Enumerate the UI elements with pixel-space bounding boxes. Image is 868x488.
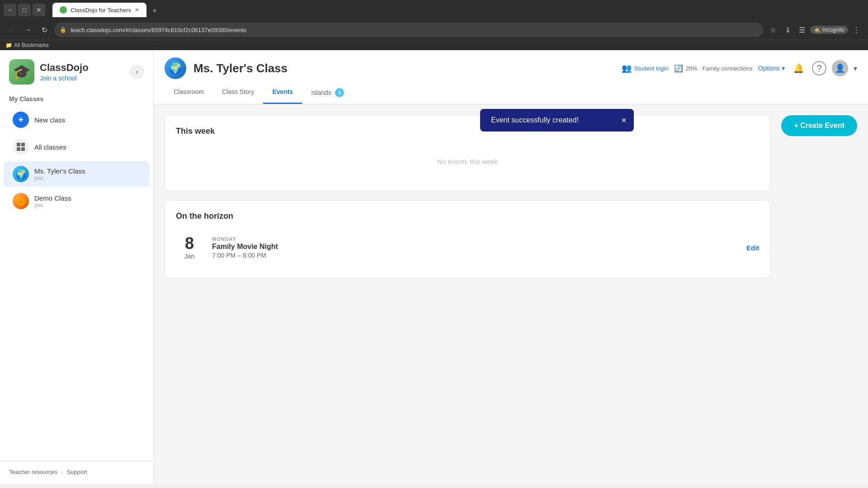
sidebar-footer: Teacher resources · Support xyxy=(0,461,153,484)
titlebar: − □ ✕ ClassDojo for Teachers ✕ + xyxy=(0,0,868,20)
events-main: This week No events this week On the hor… xyxy=(165,115,770,473)
tab-title: ClassDojo for Teachers xyxy=(71,7,131,14)
event-details: MONDAY Family Movie Night 7:00 PM – 8:00… xyxy=(212,236,737,259)
toast-close-button[interactable]: × xyxy=(621,115,627,126)
join-school-link[interactable]: Join a school xyxy=(40,75,89,82)
logo-area: 🎓 ClassDojo Join a school xyxy=(9,59,89,84)
event-edit-button[interactable]: Edit xyxy=(746,244,759,252)
toolbar-actions: ☆ ⇓ ☰ 🕵 Incognito ⋮ xyxy=(767,23,863,36)
back-button[interactable]: ← xyxy=(5,23,18,36)
create-event-label: + Create Event xyxy=(794,122,844,130)
logo-text-area: ClassDojo Join a school xyxy=(40,62,89,82)
sidebar: 🎓 ClassDojo Join a school ‹ My Classes +… xyxy=(0,50,154,484)
demo-class-sub: you xyxy=(34,202,71,208)
window-controls[interactable]: − □ ✕ xyxy=(4,4,45,16)
event-name: Family Movie Night xyxy=(212,243,737,251)
lock-icon: 🔒 xyxy=(60,27,66,33)
user-avatar-button[interactable]: 👤 xyxy=(832,60,848,76)
forward-button[interactable]: → xyxy=(22,23,34,36)
options-button[interactable]: Options ▾ xyxy=(758,65,785,72)
logo-emoji: 🎓 xyxy=(13,63,31,80)
class-globe-icon: 🌍 xyxy=(165,57,186,79)
tab-islands-label: Islands xyxy=(311,89,331,96)
event-day: 8 xyxy=(176,235,203,252)
this-week-title: This week xyxy=(176,127,759,136)
tyler-class-avatar: 🌍 xyxy=(13,166,29,182)
sidebar-collapse-button[interactable]: ‹ xyxy=(130,65,144,79)
bookmark-button[interactable]: ☆ xyxy=(767,23,779,36)
tab-close-button[interactable]: ✕ xyxy=(135,7,139,13)
toast-message: Event successfully created! xyxy=(491,116,579,124)
footer-separator: · xyxy=(61,469,63,477)
header-actions: 👥 Student login 🔄 20% · Family connectio… xyxy=(622,60,857,76)
incognito-label: Incognito xyxy=(822,27,844,33)
this-week-card: This week No events this week xyxy=(165,115,770,191)
incognito-icon: 🕵 xyxy=(814,27,821,33)
browser-chrome: − □ ✕ ClassDojo for Teachers ✕ + ← → ↻ 🔒… xyxy=(0,0,868,50)
header-top: 🌍 Ms. Tyler's Class 👥 Student login 🔄 20… xyxy=(165,50,857,79)
app-layout: 🎓 ClassDojo Join a school ‹ My Classes +… xyxy=(0,50,868,484)
tyler-class-sub: you xyxy=(34,175,85,181)
tab-favicon xyxy=(60,6,67,14)
student-login-label: Student login xyxy=(634,65,669,72)
islands-badge: 3 xyxy=(335,88,344,97)
tab-islands[interactable]: Islands 3 xyxy=(302,83,353,104)
help-button[interactable]: ? xyxy=(812,61,826,75)
address-input[interactable] xyxy=(54,23,763,37)
svg-rect-3 xyxy=(21,147,25,151)
bookmarks-label: All Bookmarks xyxy=(14,42,49,48)
tyler-class-info: Ms. Tyler's Class you xyxy=(34,167,85,181)
tyler-class-item[interactable]: 🌍 Ms. Tyler's Class you xyxy=(4,161,150,187)
svg-rect-2 xyxy=(17,147,20,151)
all-classes-item[interactable]: All classes xyxy=(4,134,150,160)
horizon-title: On the horizon xyxy=(176,211,759,221)
horizon-card: On the horizon 8 Jan MONDAY Family Movie… xyxy=(165,200,770,278)
class-name-heading: Ms. Tyler's Class xyxy=(193,61,288,75)
new-tab-button[interactable]: + xyxy=(148,5,161,17)
maximize-button[interactable]: □ xyxy=(18,4,31,16)
tab-bar: ClassDojo for Teachers ✕ + xyxy=(49,3,165,17)
family-connections-button[interactable]: 🔄 20% · Family connections xyxy=(674,64,753,73)
svg-rect-0 xyxy=(17,143,20,146)
my-classes-label: My Classes xyxy=(0,92,153,106)
avatar-dropdown-icon: ▾ xyxy=(854,64,857,73)
demo-class-info: Demo Class you xyxy=(34,194,71,208)
notifications-button[interactable]: 🔔 xyxy=(790,60,807,76)
options-chevron-icon: ▾ xyxy=(782,65,785,72)
download-button[interactable]: ⇓ xyxy=(781,23,794,36)
tab-events[interactable]: Events xyxy=(263,83,302,104)
bookmarks-bar: 📁 All Bookmarks xyxy=(0,40,868,50)
demo-class-name: Demo Class xyxy=(34,194,71,202)
student-login-button[interactable]: 👥 Student login xyxy=(622,63,669,73)
teacher-resources-link[interactable]: Teacher resources xyxy=(9,469,57,477)
address-bar-container: 🔒 xyxy=(54,23,763,37)
address-bar-row: ← → ↻ 🔒 ☆ ⇓ ☰ 🕵 Incognito ⋮ xyxy=(0,20,868,40)
menu-button[interactable]: ⋮ xyxy=(850,23,863,36)
tab-classroom[interactable]: Classroom xyxy=(165,83,213,104)
event-date: 8 Jan xyxy=(176,235,203,260)
event-month: Jan xyxy=(176,253,203,260)
bookmarks-folder-icon: 📁 xyxy=(5,42,12,48)
create-event-button[interactable]: + Create Event xyxy=(781,115,857,136)
new-class-item[interactable]: + New class xyxy=(4,107,150,132)
minimize-button[interactable]: − xyxy=(4,4,16,16)
tab-class-story[interactable]: Class Story xyxy=(213,83,264,104)
nav-tabs: Classroom Class Story Events Islands 3 xyxy=(165,83,857,104)
student-login-icon: 👥 xyxy=(622,63,632,73)
support-link[interactable]: Support xyxy=(66,469,87,477)
new-class-icon: + xyxy=(13,112,29,128)
main-header: 🌍 Ms. Tyler's Class 👥 Student login 🔄 20… xyxy=(154,50,868,104)
event-weekday: MONDAY xyxy=(212,236,737,242)
tyler-class-name: Ms. Tyler's Class xyxy=(34,167,85,175)
event-item: 8 Jan MONDAY Family Movie Night 7:00 PM … xyxy=(176,228,759,267)
browser-tab[interactable]: ClassDojo for Teachers ✕ xyxy=(52,3,146,17)
family-connections-label: 20% · Family connections xyxy=(686,65,753,72)
close-window-button[interactable]: ✕ xyxy=(33,4,45,16)
sidebar-header: 🎓 ClassDojo Join a school ‹ xyxy=(0,50,153,92)
demo-class-item[interactable]: 🟠 Demo Class you xyxy=(4,188,150,214)
all-classes-icon xyxy=(13,139,29,155)
reload-button[interactable]: ↻ xyxy=(38,23,51,36)
all-classes-label: All classes xyxy=(34,143,66,151)
incognito-badge[interactable]: 🕵 Incognito xyxy=(810,26,848,34)
extensions-button[interactable]: ☰ xyxy=(796,23,808,36)
